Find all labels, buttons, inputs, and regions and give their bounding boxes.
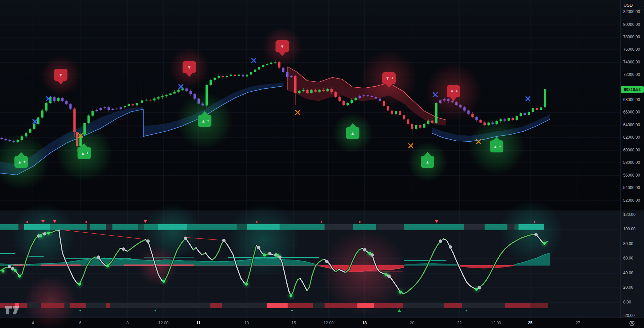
time-tick-label: 8 (127, 321, 129, 325)
currency-selector[interactable]: USD ⌄ (621, 1, 644, 9)
svg-text:▲: ▲ (18, 159, 22, 165)
time-tick-label: 12:00 (324, 321, 334, 325)
axis-tick-label: 20.00 (623, 285, 633, 290)
time-tick-label: 25 (528, 321, 532, 325)
axis-tick-label: 66000.00 (623, 110, 640, 114)
svg-text:▼: ▼ (59, 73, 63, 78)
axis-tick-label: 72000.00 (623, 72, 640, 77)
axis-tick-label: 0.00 (623, 300, 631, 304)
svg-text:▲: ▲ (81, 151, 85, 156)
last-price-badge: 69810.52 (621, 86, 644, 93)
axis-tick-label: 56000.00 (623, 173, 640, 178)
tradingview-watermark-icon (5, 304, 25, 315)
svg-text:▲: ▲ (426, 159, 430, 165)
time-tick-label: 15 (291, 321, 296, 325)
axis-tick-label: 76000.00 (623, 47, 640, 52)
axis-tick-label: -20.00 (623, 313, 635, 318)
axis-tick-label: 120.00 (623, 212, 636, 217)
svg-text:▼: ▼ (187, 65, 192, 70)
svg-text:+: + (391, 76, 394, 81)
time-tick-label: 6 (79, 321, 82, 325)
svg-text:▼: ▼ (450, 89, 454, 94)
axis-tick-label: 80.00 (623, 241, 633, 246)
trading-chart-window: ▼▼▼▼+▼+▲+▲+▲+▲▲▲+ USD ⌄ 82000.0080000.00… (0, 0, 644, 328)
svg-text:▼: ▼ (386, 76, 390, 81)
axis-tick-label: 52000.00 (623, 198, 640, 203)
chart-canvas[interactable]: ▼▼▼▼+▼+▲+▲+▲+▲▲▲+ (0, 0, 644, 328)
axis-tick-label: 58000.00 (623, 160, 640, 165)
svg-text:+: + (455, 89, 458, 94)
svg-text:▲: ▲ (201, 119, 206, 124)
svg-text:▲: ▲ (351, 131, 355, 136)
time-tick-label: 18 (362, 321, 366, 325)
time-tick-label: 12:00 (158, 321, 168, 325)
axis-tick-label: 54000.00 (623, 185, 640, 190)
axis-tick-label: 74000.00 (623, 60, 640, 64)
axis-tick-label: 60000.00 (623, 148, 640, 152)
currency-label: USD (624, 3, 633, 8)
time-tick-label: 11 (196, 321, 201, 325)
svg-text:+: + (86, 150, 89, 155)
time-tick-label: 20 (410, 321, 414, 325)
time-tick-label: 22 (457, 321, 461, 325)
svg-text:+: + (499, 144, 501, 149)
time-tick-label: 13 (244, 321, 249, 325)
time-axis-settings-button[interactable] (626, 320, 638, 327)
axis-tick-label: 78000.00 (623, 35, 640, 39)
svg-text:▲: ▲ (493, 144, 498, 149)
time-tick-label: 27 (576, 321, 580, 325)
time-tick-label: 12:00 (491, 321, 501, 325)
axis-tick-label: 40.00 (623, 271, 633, 275)
svg-text:▼: ▼ (280, 44, 285, 49)
gear-icon (629, 320, 635, 327)
axis-tick-label: 100.00 (623, 227, 636, 231)
axis-tick-label: 82000.00 (623, 9, 640, 14)
axis-tick-label: 80000.00 (623, 22, 640, 27)
chevron-down-icon: ⌄ (642, 3, 644, 7)
axis-tick-label: 64000.00 (623, 123, 640, 127)
time-axis[interactable]: 46812:0011131512:0018202212:002527 (0, 318, 644, 328)
axis-tick-label: 60.00 (623, 256, 633, 261)
time-tick-label: 4 (32, 321, 34, 325)
axis-tick-label: 62000.00 (623, 135, 640, 140)
axis-tick-label: 68000.00 (623, 97, 640, 102)
svg-text:+: + (23, 159, 26, 164)
svg-text:+: + (207, 118, 209, 123)
price-axis[interactable]: USD ⌄ 82000.0080000.0078000.0076000.0074… (620, 0, 644, 318)
